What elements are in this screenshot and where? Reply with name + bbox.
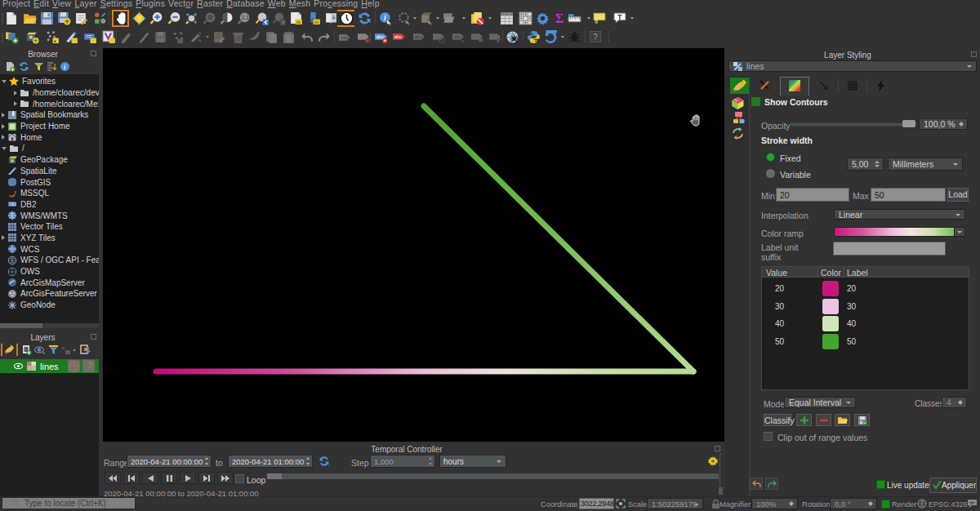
svg-text:xe: xe (314, 20, 318, 24)
svg-text:●: ● (54, 38, 56, 43)
svg-text:i: i (384, 13, 386, 22)
svg-text:abc: abc (394, 34, 402, 39)
svg-text:xe: xe (296, 20, 301, 24)
svg-text:abc: abc (343, 35, 350, 40)
svg-text:abc: abc (415, 34, 422, 39)
svg-text:abc: abc (376, 34, 384, 39)
svg-text:abc: abc (454, 34, 461, 39)
svg-text:DB2: DB2 (9, 203, 16, 207)
svg-text:Σ: Σ (555, 11, 564, 25)
svg-text:T: T (617, 13, 622, 21)
svg-text:1:1: 1:1 (242, 15, 249, 20)
